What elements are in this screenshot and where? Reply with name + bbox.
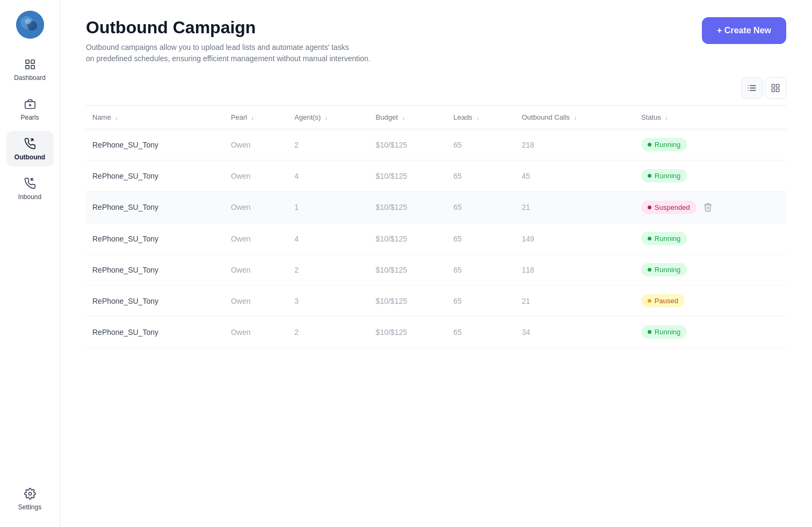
subtitle-line2: on predefined schedules, ensuring effici…: [86, 54, 371, 63]
sidebar-item-outbound-label: Outbound: [15, 153, 45, 161]
cell-pearl: Owen: [224, 317, 288, 348]
cell-outbound-calls: 149: [515, 223, 634, 254]
sort-icon-outbound-calls: ↓: [574, 114, 577, 121]
cell-name: RePhone_SU_Tony: [86, 317, 224, 348]
sidebar-item-inbound-label: Inbound: [18, 193, 41, 201]
table-body: RePhone_SU_Tony Owen 2 $10/$125 65 218 R…: [86, 129, 786, 348]
status-label: Running: [655, 266, 680, 274]
cell-leads: 65: [447, 286, 515, 317]
table-row[interactable]: RePhone_SU_Tony Owen 3 $10/$125 65 21 Pa…: [86, 286, 786, 317]
cell-agents: 1: [288, 192, 369, 223]
cell-pearl: Owen: [224, 160, 288, 192]
create-new-button[interactable]: + Create New: [702, 17, 786, 44]
cell-pearl: Owen: [224, 192, 288, 223]
status-dot: [648, 299, 651, 303]
header-left: Outbound Campaign Outbound campaigns all…: [86, 17, 371, 64]
status-dot: [648, 143, 651, 147]
outbound-icon: [23, 136, 38, 151]
cell-outbound-calls: 118: [515, 254, 634, 286]
sort-icon-budget: ↓: [402, 114, 405, 121]
column-header-name[interactable]: Name ↓: [86, 106, 224, 129]
status-action-cell: Paused: [641, 294, 780, 308]
column-header-status[interactable]: Status ↓: [635, 106, 786, 129]
cell-outbound-calls: 218: [515, 129, 634, 160]
column-header-agents[interactable]: Agent(s) ↓: [288, 106, 369, 129]
status-badge: Running: [641, 263, 687, 276]
table-row[interactable]: RePhone_SU_Tony Owen 1 $10/$125 65 21 Su…: [86, 192, 786, 223]
cell-leads: 65: [447, 254, 515, 286]
sidebar-item-outbound[interactable]: Outbound: [6, 131, 54, 166]
list-view-button[interactable]: [741, 77, 763, 99]
delete-button[interactable]: [701, 200, 715, 214]
svg-rect-6: [25, 65, 28, 69]
cell-leads: 65: [447, 192, 515, 223]
view-toggle-bar: [60, 77, 812, 105]
cell-budget: $10/$125: [369, 160, 447, 192]
status-action-cell: Running: [641, 232, 780, 245]
status-action-cell: Running: [641, 138, 780, 151]
app-logo: [16, 11, 44, 39]
sidebar-item-settings[interactable]: Settings: [6, 481, 54, 516]
status-badge: Paused: [641, 294, 685, 308]
status-dot: [648, 268, 651, 272]
sidebar: Dashboard Pearls Outbound: [0, 0, 60, 527]
sidebar-item-pearls[interactable]: Pearls: [6, 91, 54, 127]
column-header-leads[interactable]: Leads ↓: [447, 106, 515, 129]
cell-status: Running: [635, 160, 786, 192]
column-header-pearl[interactable]: Pearl ↓: [224, 106, 288, 129]
dashboard-icon: [23, 57, 38, 72]
svg-rect-21: [777, 85, 779, 87]
svg-rect-7: [31, 65, 34, 69]
status-dot: [648, 237, 651, 240]
column-header-budget[interactable]: Budget ↓: [369, 106, 447, 129]
svg-point-3: [25, 19, 31, 24]
cell-name: RePhone_SU_Tony: [86, 286, 224, 317]
cell-status: Paused: [635, 286, 786, 317]
table-row[interactable]: RePhone_SU_Tony Owen 2 $10/$125 65 34 Ru…: [86, 317, 786, 348]
status-action-cell: Suspended: [641, 200, 780, 214]
cell-leads: 65: [447, 223, 515, 254]
sort-icon-name: ↓: [115, 114, 118, 121]
status-action-cell: Running: [641, 263, 780, 276]
cell-status: Suspended: [635, 192, 786, 223]
svg-rect-5: [31, 60, 34, 63]
sidebar-item-settings-label: Settings: [18, 503, 41, 511]
table-row[interactable]: RePhone_SU_Tony Owen 4 $10/$125 65 45 Ru…: [86, 160, 786, 192]
sidebar-item-inbound[interactable]: Inbound: [6, 171, 54, 206]
status-badge: Running: [641, 138, 687, 151]
cell-pearl: Owen: [224, 129, 288, 160]
cell-pearl: Owen: [224, 254, 288, 286]
settings-icon: [23, 486, 38, 501]
cell-budget: $10/$125: [369, 223, 447, 254]
cell-budget: $10/$125: [369, 254, 447, 286]
cell-name: RePhone_SU_Tony: [86, 223, 224, 254]
cell-budget: $10/$125: [369, 286, 447, 317]
sort-icon-pearl: ↓: [251, 114, 255, 121]
cell-leads: 65: [447, 129, 515, 160]
sidebar-item-pearls-label: Pearls: [20, 114, 39, 121]
cell-outbound-calls: 34: [515, 317, 634, 348]
table-row[interactable]: RePhone_SU_Tony Owen 4 $10/$125 65 149 R…: [86, 223, 786, 254]
status-label: Running: [655, 141, 680, 149]
cell-status: Running: [635, 129, 786, 160]
cell-budget: $10/$125: [369, 317, 447, 348]
cell-pearl: Owen: [224, 223, 288, 254]
cell-name: RePhone_SU_Tony: [86, 129, 224, 160]
cell-agents: 2: [288, 317, 369, 348]
page-header: Outbound Campaign Outbound campaigns all…: [60, 0, 812, 77]
sidebar-item-dashboard-label: Dashboard: [14, 74, 46, 82]
cell-outbound-calls: 21: [515, 286, 634, 317]
campaigns-table: Name ↓ Pearl ↓ Agent(s) ↓ Budget ↓: [86, 105, 786, 348]
cell-status: Running: [635, 223, 786, 254]
cell-agents: 3: [288, 286, 369, 317]
grid-view-button[interactable]: [765, 77, 786, 99]
column-header-outbound-calls[interactable]: Outbound Calls ↓: [515, 106, 634, 129]
status-label: Running: [655, 235, 680, 243]
svg-rect-22: [772, 89, 774, 92]
table-row[interactable]: RePhone_SU_Tony Owen 2 $10/$125 65 218 R…: [86, 129, 786, 160]
status-label: Running: [655, 172, 680, 180]
svg-rect-23: [777, 89, 779, 92]
table-row[interactable]: RePhone_SU_Tony Owen 2 $10/$125 65 118 R…: [86, 254, 786, 286]
status-dot: [648, 330, 651, 334]
sidebar-item-dashboard[interactable]: Dashboard: [6, 52, 54, 87]
